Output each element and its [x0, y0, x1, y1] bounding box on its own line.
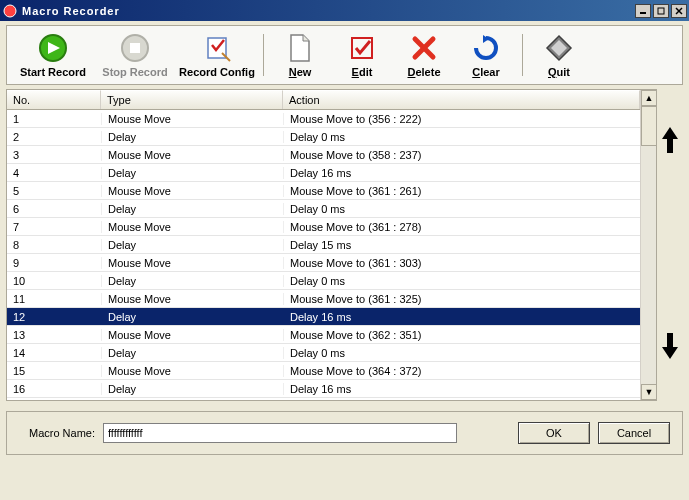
new-button[interactable]: New: [272, 30, 328, 80]
edit-check-icon: [346, 32, 378, 64]
cell-action: Mouse Move to (356 : 222): [283, 113, 640, 125]
clear-refresh-icon: [470, 32, 502, 64]
move-up-button[interactable]: [661, 125, 679, 155]
table-row[interactable]: 17Mouse MoveMouse Move to (368 : 396): [7, 398, 640, 400]
cell-action: Delay 0 ms: [283, 203, 640, 215]
cell-action: Mouse Move to (361 : 278): [283, 221, 640, 233]
table-row[interactable]: 1Mouse MoveMouse Move to (356 : 222): [7, 110, 640, 128]
cell-type: Mouse Move: [101, 149, 283, 161]
col-header-action[interactable]: Action: [283, 90, 640, 109]
window-title: Macro Recorder: [22, 5, 635, 17]
macro-name-label: Macro Name:: [19, 427, 95, 439]
table-row[interactable]: 5Mouse MoveMouse Move to (361 : 261): [7, 182, 640, 200]
cell-no: 15: [7, 365, 101, 377]
cell-type: Mouse Move: [101, 113, 283, 125]
table-row[interactable]: 4DelayDelay 16 ms: [7, 164, 640, 182]
cell-no: 11: [7, 293, 101, 305]
quit-button[interactable]: Quit: [531, 30, 587, 80]
cell-type: Delay: [101, 131, 283, 143]
table-row[interactable]: 9Mouse MoveMouse Move to (361 : 303): [7, 254, 640, 272]
edit-label: Edit: [334, 66, 390, 78]
cell-type: Delay: [101, 203, 283, 215]
cancel-button[interactable]: Cancel: [598, 422, 670, 444]
table-row[interactable]: 16DelayDelay 16 ms: [7, 380, 640, 398]
cell-no: 13: [7, 329, 101, 341]
titlebar: Macro Recorder: [0, 0, 689, 21]
maximize-button[interactable]: [653, 4, 669, 18]
quit-label: Quit: [531, 66, 587, 78]
cell-no: 3: [7, 149, 101, 161]
close-button[interactable]: [671, 4, 687, 18]
stop-record-label: Stop Record: [97, 66, 173, 78]
reorder-controls: [657, 85, 683, 401]
cell-action: Delay 0 ms: [283, 131, 640, 143]
clear-button[interactable]: Clear: [458, 30, 514, 80]
table-row[interactable]: 3Mouse MoveMouse Move to (358 : 237): [7, 146, 640, 164]
cell-action: Mouse Move to (361 : 261): [283, 185, 640, 197]
scroll-up-icon[interactable]: ▲: [641, 90, 657, 106]
table-row[interactable]: 6DelayDelay 0 ms: [7, 200, 640, 218]
delete-button[interactable]: Delete: [396, 30, 452, 80]
cell-no: 5: [7, 185, 101, 197]
scroll-thumb[interactable]: [641, 106, 657, 146]
table-row[interactable]: 15Mouse MoveMouse Move to (364 : 372): [7, 362, 640, 380]
table-row[interactable]: 8DelayDelay 15 ms: [7, 236, 640, 254]
table-row[interactable]: 11Mouse MoveMouse Move to (361 : 325): [7, 290, 640, 308]
grid-scrollbar[interactable]: ▲ ▼: [640, 90, 656, 400]
cell-no: 9: [7, 257, 101, 269]
cell-action: Delay 0 ms: [283, 275, 640, 287]
config-icon: [201, 32, 233, 64]
cell-action: Delay 16 ms: [283, 383, 640, 395]
cell-type: Mouse Move: [101, 257, 283, 269]
cell-type: Mouse Move: [101, 329, 283, 341]
col-header-type[interactable]: Type: [101, 90, 283, 109]
start-record-label: Start Record: [15, 66, 91, 78]
cell-action: Mouse Move to (362 : 351): [283, 329, 640, 341]
cell-no: 7: [7, 221, 101, 233]
svg-rect-7: [130, 43, 140, 53]
cell-type: Mouse Move: [101, 221, 283, 233]
cell-type: Delay: [101, 347, 283, 359]
macro-name-input[interactable]: [103, 423, 457, 443]
cell-no: 6: [7, 203, 101, 215]
edit-button[interactable]: Edit: [334, 30, 390, 80]
new-file-icon: [284, 32, 316, 64]
table-row[interactable]: 14DelayDelay 0 ms: [7, 344, 640, 362]
col-header-no[interactable]: No.: [7, 90, 101, 109]
table-row[interactable]: 10DelayDelay 0 ms: [7, 272, 640, 290]
grid-header: No. Type Action: [7, 90, 640, 110]
minimize-button[interactable]: [635, 4, 651, 18]
cell-no: 1: [7, 113, 101, 125]
toolbar-separator: [522, 34, 523, 76]
table-row[interactable]: 13Mouse MoveMouse Move to (362 : 351): [7, 326, 640, 344]
cell-no: 14: [7, 347, 101, 359]
ok-button[interactable]: OK: [518, 422, 590, 444]
delete-label: Delete: [396, 66, 452, 78]
svg-rect-2: [658, 8, 664, 14]
cell-no: 4: [7, 167, 101, 179]
macro-grid: No. Type Action 1Mouse MoveMouse Move to…: [6, 89, 657, 401]
delete-x-icon: [408, 32, 440, 64]
svg-point-0: [4, 5, 16, 17]
bottom-panel: Macro Name: OK Cancel: [6, 411, 683, 455]
cell-action: Mouse Move to (364 : 372): [283, 365, 640, 377]
cell-type: Delay: [101, 239, 283, 251]
cell-action: Delay 15 ms: [283, 239, 640, 251]
record-config-label: Record Config: [179, 66, 255, 78]
scroll-down-icon[interactable]: ▼: [641, 384, 657, 400]
cell-action: Delay 16 ms: [283, 311, 640, 323]
table-row[interactable]: 2DelayDelay 0 ms: [7, 128, 640, 146]
cell-action: Mouse Move to (361 : 303): [283, 257, 640, 269]
start-record-button[interactable]: Start Record: [15, 30, 91, 80]
record-config-button[interactable]: Record Config: [179, 30, 255, 80]
table-row[interactable]: 12DelayDelay 16 ms: [7, 308, 640, 326]
stop-record-button: Stop Record: [97, 30, 173, 80]
cell-type: Mouse Move: [101, 185, 283, 197]
cell-no: 2: [7, 131, 101, 143]
cell-action: Delay 16 ms: [283, 167, 640, 179]
table-row[interactable]: 7Mouse MoveMouse Move to (361 : 278): [7, 218, 640, 236]
cell-action: Delay 0 ms: [283, 347, 640, 359]
cell-type: Delay: [101, 383, 283, 395]
new-label: New: [272, 66, 328, 78]
move-down-button[interactable]: [661, 331, 679, 361]
